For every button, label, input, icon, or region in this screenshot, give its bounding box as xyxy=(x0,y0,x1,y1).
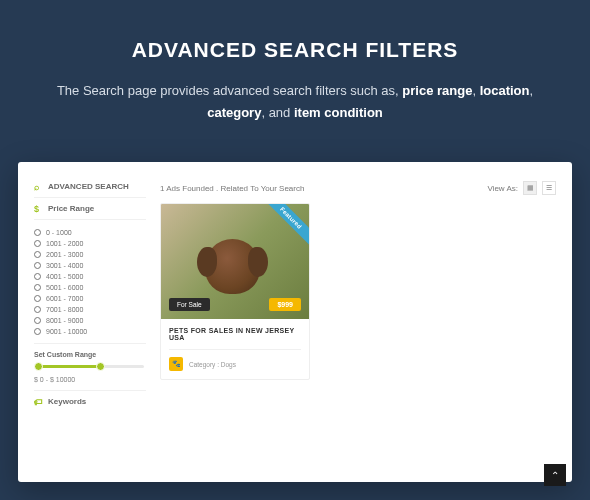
results-area: 1 Ads Founded . Related To Your Search V… xyxy=(160,176,556,412)
price-range-option[interactable]: 6001 - 7000 xyxy=(34,293,146,304)
list-icon: ☰ xyxy=(546,184,552,192)
scroll-to-top-button[interactable]: ⌃ xyxy=(544,464,566,486)
price-range-radio[interactable] xyxy=(34,317,41,324)
price-range-radio[interactable] xyxy=(34,262,41,269)
slider-handle-min[interactable] xyxy=(34,362,43,371)
grid-icon: ▦ xyxy=(527,184,534,192)
custom-range-label: Set Custom Range xyxy=(34,351,146,358)
price-range-options: 0 - 10001001 - 20002001 - 30003001 - 400… xyxy=(34,220,146,344)
sidebar-advanced-search-header: ⌕ ADVANCED SEARCH xyxy=(34,176,146,198)
price-range-option[interactable]: 7001 - 8000 xyxy=(34,304,146,315)
price-range-option[interactable]: 8001 - 9000 xyxy=(34,315,146,326)
results-summary: 1 Ads Founded . Related To Your Search xyxy=(160,184,304,193)
listing-thumbnail: Featured For Sale $999 xyxy=(161,204,309,319)
price-range-radio[interactable] xyxy=(34,251,41,258)
sale-badge: For Sale xyxy=(169,298,210,311)
price-range-radio[interactable] xyxy=(34,295,41,302)
price-range-radio[interactable] xyxy=(34,328,41,335)
price-range-option[interactable]: 1001 - 2000 xyxy=(34,238,146,249)
hero: ADVANCED SEARCH FILTERS The Search page … xyxy=(0,0,590,144)
sidebar: ⌕ ADVANCED SEARCH $ Price Range 0 - 1000… xyxy=(34,176,146,412)
price-range-option[interactable]: 3001 - 4000 xyxy=(34,260,146,271)
price-range-label: 2001 - 3000 xyxy=(46,251,83,258)
price-range-radio[interactable] xyxy=(34,273,41,280)
sidebar-price-range-header[interactable]: $ Price Range xyxy=(34,198,146,220)
price-range-option[interactable]: 9001 - 10000 xyxy=(34,326,146,337)
featured-ribbon: Featured xyxy=(262,204,309,248)
listing-category: Category : Dogs xyxy=(189,361,236,368)
dollar-icon: $ xyxy=(34,204,43,213)
results-topbar: 1 Ads Founded . Related To Your Search V… xyxy=(160,176,556,203)
price-range-label: 0 - 1000 xyxy=(46,229,72,236)
price-range-label: 4001 - 5000 xyxy=(46,273,83,280)
sidebar-keywords-header[interactable]: 🏷 Keywords xyxy=(34,391,146,412)
tag-icon: 🏷 xyxy=(34,397,43,406)
dog-image xyxy=(205,239,260,294)
price-range-option[interactable]: 5001 - 6000 xyxy=(34,282,146,293)
price-range-label: 8001 - 9000 xyxy=(46,317,83,324)
price-range-radio[interactable] xyxy=(34,240,41,247)
custom-range-section: Set Custom Range $ 0 - $ 10000 xyxy=(34,344,146,391)
listing-title: PETS FOR SALES IN NEW JERSEY USA xyxy=(169,327,301,341)
price-range-radio[interactable] xyxy=(34,229,41,236)
chevron-up-icon: ⌃ xyxy=(551,470,559,481)
price-range-radio[interactable] xyxy=(34,284,41,291)
app-screenshot: ⌕ ADVANCED SEARCH $ Price Range 0 - 1000… xyxy=(18,162,572,482)
custom-range-value: $ 0 - $ 10000 xyxy=(34,376,146,383)
price-range-radio[interactable] xyxy=(34,306,41,313)
view-grid-button[interactable]: ▦ xyxy=(523,181,537,195)
price-range-label: 9001 - 10000 xyxy=(46,328,87,335)
price-range-label: 3001 - 4000 xyxy=(46,262,83,269)
view-as-label: View As: xyxy=(487,184,518,193)
price-range-slider[interactable] xyxy=(36,365,144,368)
slider-handle-max[interactable] xyxy=(96,362,105,371)
price-range-label: 7001 - 8000 xyxy=(46,306,83,313)
hero-title: ADVANCED SEARCH FILTERS xyxy=(30,38,560,62)
price-badge: $999 xyxy=(269,298,301,311)
price-range-label: 5001 - 6000 xyxy=(46,284,83,291)
listing-card[interactable]: Featured For Sale $999 PETS FOR SALES IN… xyxy=(160,203,310,380)
search-icon: ⌕ xyxy=(34,182,43,191)
view-list-button[interactable]: ☰ xyxy=(542,181,556,195)
price-range-option[interactable]: 4001 - 5000 xyxy=(34,271,146,282)
price-range-option[interactable]: 0 - 1000 xyxy=(34,227,146,238)
category-chip[interactable]: 🐾 xyxy=(169,357,183,371)
price-range-option[interactable]: 2001 - 3000 xyxy=(34,249,146,260)
view-switcher: View As: ▦ ☰ xyxy=(487,181,556,195)
price-range-label: 1001 - 2000 xyxy=(46,240,83,247)
hero-subtitle: The Search page provides advanced search… xyxy=(30,80,560,124)
price-range-label: 6001 - 7000 xyxy=(46,295,83,302)
paw-icon: 🐾 xyxy=(172,360,181,368)
